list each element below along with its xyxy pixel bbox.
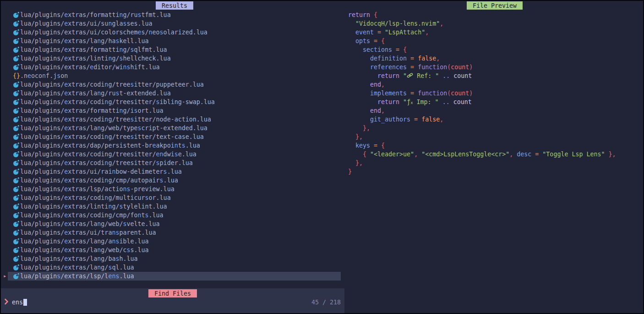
file-path: lua/plugins/extras/formatting/isort.lua xyxy=(20,106,164,115)
file-path: lua/plugins/extras/coding/treesitter/pup… xyxy=(20,80,204,89)
lua-icon xyxy=(13,142,20,149)
result-row[interactable]: lua/plugins/extras/lang/ansible.lua xyxy=(1,237,341,246)
lua-icon xyxy=(13,151,20,158)
lua-icon xyxy=(13,133,20,140)
result-row[interactable]: lua/plugins/extras/coding/treesitter/end… xyxy=(1,150,341,159)
code-line: end, xyxy=(348,106,616,115)
code-line: }, xyxy=(348,132,616,141)
result-row[interactable]: lua/plugins/extras/coding/cmp/autopairs.… xyxy=(1,176,341,185)
result-row[interactable]: lua/plugins/extras/formatting/sqlfmt.lua xyxy=(1,45,341,54)
file-path: lua/plugins/extras/dap/persistent-breakp… xyxy=(20,141,200,150)
file-path: lua/plugins/extras/linting/stylelint.lua xyxy=(20,202,167,211)
file-path: lua/plugins/extras/ui/sunglasses.lua xyxy=(20,19,153,28)
prompt-panel[interactable]: Find Files ens 45 / 218 xyxy=(1,288,344,313)
lua-icon xyxy=(13,212,20,219)
result-row[interactable]: lua/plugins/extras/dap/persistent-breakp… xyxy=(1,141,341,150)
lua-icon xyxy=(13,194,20,201)
file-path: .neoconf.json xyxy=(20,72,68,80)
file-path: lua/plugins/extras/coding/cmp/autopairs.… xyxy=(20,176,178,185)
lua-icon xyxy=(13,203,20,210)
file-path: lua/plugins/extras/coding/treesitter/sib… xyxy=(20,98,215,106)
result-row[interactable]: lua/plugins/extras/ui/rainbow-delimeters… xyxy=(1,167,341,176)
result-row[interactable]: lua/plugins/extras/coding/treesitter/nod… xyxy=(1,115,341,124)
file-path: lua/plugins/extras/lang/web/svelte.lua xyxy=(20,220,160,228)
code-line: }, xyxy=(348,124,616,132)
code-line: definition = false, xyxy=(348,54,616,63)
result-row[interactable]: lua/plugins/extras/linting/stylelint.lua xyxy=(1,202,341,211)
code-line: keys = { xyxy=(348,141,616,150)
prompt-chevron-icon xyxy=(4,298,9,307)
code-line: git_authors = false, xyxy=(348,115,616,124)
selection-arrow-icon: ▸ xyxy=(3,272,6,281)
result-row[interactable]: lua/plugins/extras/lang/web/css.lua xyxy=(1,246,341,254)
file-path: lua/plugins/extras/coding/treesitter/nod… xyxy=(20,115,211,124)
result-row[interactable]: lua/plugins/extras/lang/rust-extended.lu… xyxy=(1,89,341,98)
result-counter: 45 / 218 xyxy=(311,298,341,307)
lua-icon xyxy=(13,177,20,184)
code-line: end, xyxy=(348,80,616,89)
link-icon xyxy=(407,72,413,79)
result-row[interactable]: lua/plugins/extras/formatting/isort.lua xyxy=(1,106,341,115)
lua-icon xyxy=(13,90,20,97)
result-row[interactable]: lua/plugins/extras/lang/web/typescript-e… xyxy=(1,124,341,132)
result-row[interactable]: ▸lua/plugins/extras/lsp/lens.lua xyxy=(1,272,341,281)
result-row[interactable]: lua/plugins/extras/coding/treesitter/sib… xyxy=(1,98,341,106)
telescope-picker: Results lua/plugins/extras/formatting/ru… xyxy=(0,0,644,314)
result-row[interactable]: lua/plugins/extras/ui/sunglasses.lua xyxy=(1,19,341,28)
code-line: return { xyxy=(348,11,616,19)
file-path: lua/plugins/extras/linting/shellcheck.lu… xyxy=(20,54,171,63)
lua-icon xyxy=(13,11,20,18)
code-line: opts = { xyxy=(348,37,616,45)
lua-icon xyxy=(13,264,20,271)
lua-icon xyxy=(13,220,20,227)
result-row[interactable]: lua/plugins/extras/ui/colorschemes/neoso… xyxy=(1,28,341,37)
result-row[interactable]: lua/plugins/extras/coding/multicursor.lu… xyxy=(1,193,341,202)
lua-icon xyxy=(13,29,20,36)
result-row[interactable]: lua/plugins/extras/coding/treesitter/pup… xyxy=(1,80,341,89)
result-row[interactable]: lua/plugins/extras/ui/transparent.lua xyxy=(1,228,341,237)
code-line: "VidocqH/lsp-lens.nvim", xyxy=(348,19,616,28)
file-path: lua/plugins/extras/lang/rust-extended.lu… xyxy=(20,89,171,98)
result-row[interactable]: lua/plugins/extras/coding/treesitter/tex… xyxy=(1,132,341,141)
result-row[interactable]: lua/plugins/extras/editor/winshift.lua xyxy=(1,63,341,72)
result-row[interactable]: lua/plugins/extras/coding/cmp/fonts.lua xyxy=(1,211,341,220)
lua-icon xyxy=(13,160,20,166)
prompt-input[interactable]: ens xyxy=(12,298,27,307)
file-path: lua/plugins/extras/lang/bash.lua xyxy=(20,254,138,263)
file-path: lua/plugins/extras/coding/treesitter/spi… xyxy=(20,159,193,167)
code-line: return " Ref: " .. count xyxy=(348,72,616,80)
code-line: implements = function(count) xyxy=(348,89,616,98)
lua-icon xyxy=(13,107,20,114)
lua-icon xyxy=(13,255,20,262)
lua-icon xyxy=(13,46,20,53)
code-line: }, xyxy=(348,159,616,167)
lua-icon xyxy=(13,247,20,253)
result-row[interactable]: lua/plugins/extras/lang/haskell.lua xyxy=(1,37,341,45)
file-path: lua/plugins/extras/ui/transparent.lua xyxy=(20,228,156,237)
lua-icon xyxy=(13,20,20,27)
result-row[interactable]: lua/plugins/extras/linting/shellcheck.lu… xyxy=(1,54,341,63)
preview-panel: return { "VidocqH/lsp-lens.nvim", event … xyxy=(344,1,643,313)
result-row[interactable]: lua/plugins/extras/formatting/rustfmt.lu… xyxy=(1,11,341,19)
result-row[interactable]: lua/plugins/extras/lang/sql.lua xyxy=(1,263,341,272)
file-path: lua/plugins/extras/editor/winshift.lua xyxy=(20,63,160,72)
lua-icon xyxy=(13,38,20,44)
result-row[interactable]: lua/plugins/extras/coding/treesitter/spi… xyxy=(1,159,341,167)
file-path: lua/plugins/extras/formatting/rustfmt.lu… xyxy=(20,11,171,19)
lua-icon xyxy=(13,273,20,280)
code-line: { "<leader>ue", "<cmd>LspLensToggle<cr>"… xyxy=(348,150,616,159)
result-row[interactable]: lua/plugins/extras/lsp/actions-preview.l… xyxy=(1,185,341,193)
preview-title-badge: File Preview xyxy=(467,1,523,10)
result-row[interactable]: {}.neoconf.json xyxy=(1,72,341,80)
preview-code: return { "VidocqH/lsp-lens.nvim", event … xyxy=(348,11,616,176)
file-path: lua/plugins/extras/ui/colorschemes/neoso… xyxy=(20,28,207,37)
file-path: lua/plugins/extras/lang/sql.lua xyxy=(20,263,134,272)
file-path: lua/plugins/extras/lang/web/typescript-e… xyxy=(20,124,207,132)
result-row[interactable]: lua/plugins/extras/lang/bash.lua xyxy=(1,254,341,263)
lua-icon xyxy=(13,186,20,193)
prompt-title-badge: Find Files xyxy=(148,289,197,297)
file-path: lua/plugins/extras/lang/haskell.lua xyxy=(20,37,149,45)
code-line: } xyxy=(348,167,616,176)
lua-icon xyxy=(13,64,20,71)
result-row[interactable]: lua/plugins/extras/lang/web/svelte.lua xyxy=(1,220,341,228)
